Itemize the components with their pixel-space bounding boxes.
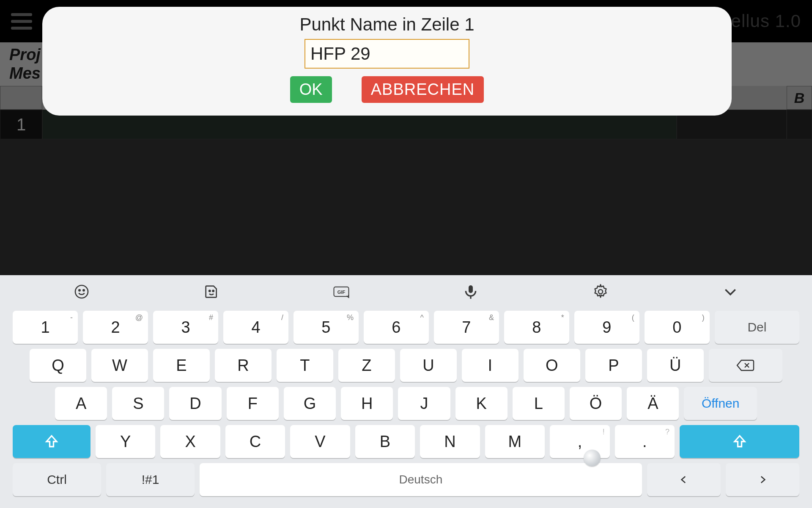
gif-icon[interactable]: GIF — [333, 283, 350, 300]
key-d[interactable]: D — [169, 387, 221, 420]
svg-point-2 — [83, 290, 85, 291]
key-k[interactable]: K — [455, 387, 508, 420]
svg-point-7 — [598, 290, 603, 294]
key-comma[interactable]: ,! — [550, 425, 609, 458]
key-h[interactable]: H — [341, 387, 393, 420]
svg-text:GIF: GIF — [337, 290, 345, 295]
key-shift-right[interactable] — [680, 425, 799, 458]
key-e[interactable]: E — [153, 349, 210, 382]
key-b[interactable]: B — [355, 425, 415, 458]
sticker-icon[interactable] — [203, 283, 220, 300]
mic-icon[interactable] — [462, 283, 479, 300]
key-q[interactable]: Q — [30, 349, 86, 382]
key-f[interactable]: F — [227, 387, 279, 420]
key-z[interactable]: Z — [338, 349, 395, 382]
key-v[interactable]: V — [290, 425, 350, 458]
key-space[interactable]: Deutsch — [200, 463, 642, 496]
key-8[interactable]: 8* — [504, 311, 569, 344]
key-n[interactable]: N — [420, 425, 480, 458]
keyboard-row-4: YXCVBNM,!.? — [13, 425, 799, 458]
key-3[interactable]: 3# — [153, 311, 218, 344]
key-ä[interactable]: Ä — [627, 387, 679, 420]
key-enter[interactable]: Öffnen — [684, 387, 757, 420]
key-j[interactable]: J — [398, 387, 450, 420]
key-ü[interactable]: Ü — [647, 349, 704, 382]
gear-icon[interactable] — [592, 283, 609, 300]
key-6[interactable]: 6^ — [364, 311, 429, 344]
key-i[interactable]: I — [462, 349, 518, 382]
key-w[interactable]: W — [91, 349, 148, 382]
input-dialog: Punkt Name in Zeile 1 OK ABBRECHEN — [42, 7, 732, 116]
key-c[interactable]: C — [225, 425, 285, 458]
key-del[interactable]: Del — [715, 311, 799, 344]
key-r[interactable]: R — [215, 349, 272, 382]
svg-point-1 — [79, 290, 80, 291]
key-g[interactable]: G — [284, 387, 336, 420]
point-name-input[interactable] — [304, 39, 469, 69]
key-a[interactable]: A — [55, 387, 107, 420]
key-t[interactable]: T — [277, 349, 333, 382]
key-ctrl[interactable]: Ctrl — [13, 463, 101, 496]
keyboard-row-numbers: 1-2@3#4/5%6^7&8*9(0)Del — [13, 311, 799, 344]
key-arrow-left[interactable] — [647, 463, 721, 496]
key-9[interactable]: 9( — [574, 311, 639, 344]
key-2[interactable]: 2@ — [83, 311, 148, 344]
key-symbols[interactable]: !#1 — [106, 463, 195, 496]
dialog-title: Punkt Name in Zeile 1 — [42, 14, 732, 35]
key-p[interactable]: P — [585, 349, 642, 382]
key-y[interactable]: Y — [96, 425, 155, 458]
key-s[interactable]: S — [112, 387, 164, 420]
key-period[interactable]: .? — [615, 425, 675, 458]
key-arrow-right[interactable] — [726, 463, 799, 496]
key-7[interactable]: 7& — [434, 311, 499, 344]
key-shift-left[interactable] — [13, 425, 91, 458]
key-x[interactable]: X — [160, 425, 220, 458]
key-m[interactable]: M — [485, 425, 545, 458]
keyboard-toolbar: GIF — [0, 275, 812, 308]
cancel-button[interactable]: ABBRECHEN — [362, 76, 484, 103]
key-o[interactable]: O — [524, 349, 580, 382]
keyboard-row-3: ASDFGHJKLÖÄÖffnen — [13, 387, 799, 420]
key-1[interactable]: 1- — [13, 311, 78, 344]
svg-point-3 — [209, 290, 210, 292]
emoji-icon[interactable] — [73, 283, 90, 300]
collapse-keyboard-icon[interactable] — [722, 283, 739, 300]
keyboard-row-2: QWERTZUIOPÜ — [13, 349, 799, 382]
svg-point-0 — [75, 285, 88, 298]
ok-button[interactable]: OK — [290, 76, 332, 103]
svg-point-4 — [212, 290, 214, 292]
soft-keyboard: GIF 1-2@3#4/5%6^7&8*9(0)Del QWERTZUIOPÜ … — [0, 275, 812, 508]
keyboard-row-5: Ctrl!#1Deutsch — [13, 463, 799, 496]
home-indicator — [584, 450, 601, 467]
key-5[interactable]: 5% — [294, 311, 359, 344]
key-backspace[interactable] — [709, 349, 782, 382]
key-4[interactable]: 4/ — [223, 311, 288, 344]
key-ö[interactable]: Ö — [570, 387, 622, 420]
key-l[interactable]: L — [513, 387, 565, 420]
key-0[interactable]: 0) — [645, 311, 710, 344]
key-u[interactable]: U — [400, 349, 457, 382]
